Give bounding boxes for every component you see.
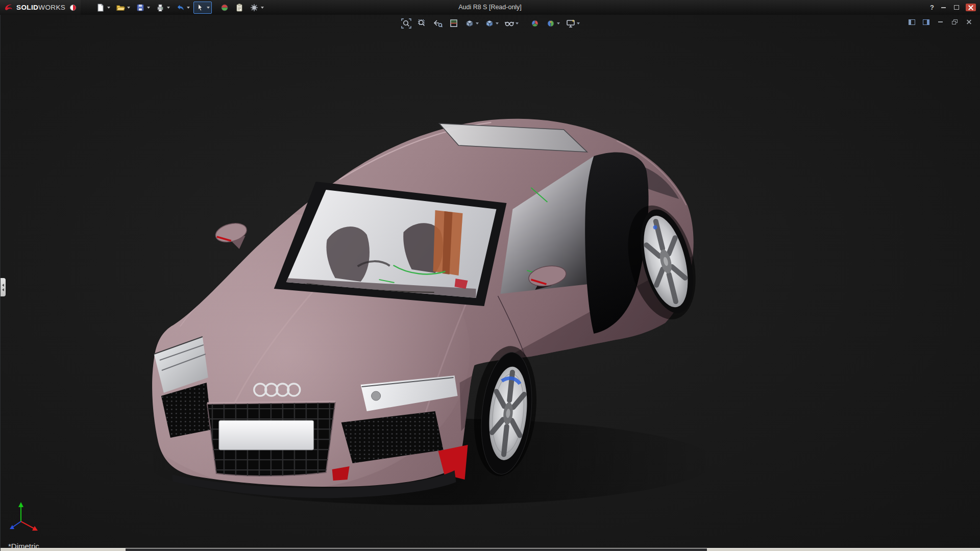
- help-icon[interactable]: ?: [930, 4, 934, 11]
- panel-splitter-handle[interactable]: [1, 278, 6, 296]
- solidworks-logo: SOLIDWORKS: [0, 0, 81, 15]
- orientation-triad: [10, 502, 38, 531]
- save-disk-icon: [136, 3, 145, 12]
- main-toolbar: [94, 2, 266, 14]
- brand-badge-icon: [69, 4, 77, 11]
- window-controls: ?: [930, 4, 980, 11]
- select-arrow-icon: [195, 3, 205, 12]
- view-settings-icon: [566, 18, 576, 29]
- view-settings-button[interactable]: [565, 17, 581, 30]
- license-plate[interactable]: [219, 420, 314, 450]
- featuremanager-pane-icon[interactable]: [908, 18, 916, 26]
- headsup-view-toolbar: [400, 17, 581, 30]
- view-orientation-button[interactable]: [463, 17, 480, 30]
- edit-color-icon: [220, 3, 229, 12]
- zoom-to-area-icon: [417, 18, 427, 29]
- apply-scene-icon: [546, 18, 556, 29]
- display-style-cube-icon: [484, 18, 495, 29]
- options-dropdown-arrow[interactable]: [261, 7, 264, 9]
- bottom-strip-dark-segment: [126, 548, 707, 551]
- maximize-button[interactable]: [952, 4, 961, 11]
- view-orientation-dropdown-arrow[interactable]: [476, 22, 479, 24]
- hide-show-glasses-icon: [504, 18, 514, 29]
- collapse-arrow-icon: [2, 288, 4, 291]
- close-document-button[interactable]: [965, 18, 973, 26]
- edit-appearance-ball-icon: [530, 18, 540, 29]
- options-button[interactable]: [248, 2, 266, 14]
- save-button[interactable]: [134, 2, 152, 14]
- properties-button[interactable]: [233, 2, 246, 14]
- new-document-icon: [96, 3, 105, 12]
- bottom-edge-strip: [1, 548, 980, 551]
- viewport-3d[interactable]: *Dimetric: [0, 15, 980, 551]
- edit-color-button[interactable]: [218, 2, 231, 14]
- restore-document-button[interactable]: [950, 18, 959, 26]
- solidworks-window: SOLIDWORKS: [0, 0, 980, 551]
- save-dropdown-arrow[interactable]: [147, 7, 150, 9]
- window-title: Audi R8 S [Read-only]: [458, 0, 522, 15]
- titlebar[interactable]: SOLIDWORKS: [0, 0, 980, 15]
- print-dropdown-arrow[interactable]: [167, 7, 170, 9]
- display-style-dropdown-arrow[interactable]: [496, 22, 499, 24]
- section-view-icon: [449, 18, 459, 29]
- print-button[interactable]: [154, 2, 172, 14]
- undo-button[interactable]: [174, 2, 192, 14]
- brand-text: SOLIDWORKS: [16, 4, 65, 11]
- options-gear-icon: [250, 3, 259, 12]
- close-button[interactable]: [966, 4, 976, 11]
- display-style-button[interactable]: [483, 17, 500, 30]
- open-button[interactable]: [114, 2, 132, 14]
- print-icon: [156, 3, 165, 12]
- front-grille[interactable]: [207, 402, 335, 476]
- left-mirror[interactable]: [214, 220, 249, 249]
- hide-show-items-button[interactable]: [503, 17, 520, 30]
- new-document-button[interactable]: [94, 2, 112, 14]
- zoom-to-fit-button[interactable]: [400, 17, 412, 30]
- apply-scene-button[interactable]: [545, 17, 561, 30]
- document-window-controls: [908, 18, 973, 26]
- model-render-audi-r8[interactable]: [1, 15, 980, 551]
- new-dropdown-arrow[interactable]: [107, 7, 110, 9]
- minimize-document-button[interactable]: [936, 18, 944, 26]
- windshield[interactable]: [274, 182, 507, 306]
- section-view-button[interactable]: [448, 17, 460, 30]
- open-folder-icon: [116, 3, 125, 12]
- zoom-to-area-button[interactable]: [416, 17, 428, 30]
- apply-scene-dropdown-arrow[interactable]: [557, 22, 560, 24]
- select-button[interactable]: [193, 2, 212, 14]
- zoom-to-fit-icon: [401, 18, 411, 29]
- collapse-arrow-icon: [2, 284, 4, 287]
- undo-icon: [176, 3, 185, 12]
- hide-show-dropdown-arrow[interactable]: [516, 22, 519, 24]
- display-pane-icon[interactable]: [922, 18, 930, 26]
- edit-appearance-button[interactable]: [529, 17, 541, 30]
- view-orientation-cube-icon: [464, 18, 475, 29]
- previous-view-button[interactable]: [432, 17, 444, 30]
- open-dropdown-arrow[interactable]: [127, 7, 130, 9]
- minimize-button[interactable]: [939, 4, 947, 11]
- properties-clipboard-icon: [235, 3, 244, 12]
- previous-view-icon: [433, 18, 443, 29]
- solidworks-logo-icon: [4, 3, 14, 12]
- undo-dropdown-arrow[interactable]: [187, 7, 190, 9]
- select-dropdown-arrow[interactable]: [207, 7, 210, 9]
- view-settings-dropdown-arrow[interactable]: [577, 22, 580, 24]
